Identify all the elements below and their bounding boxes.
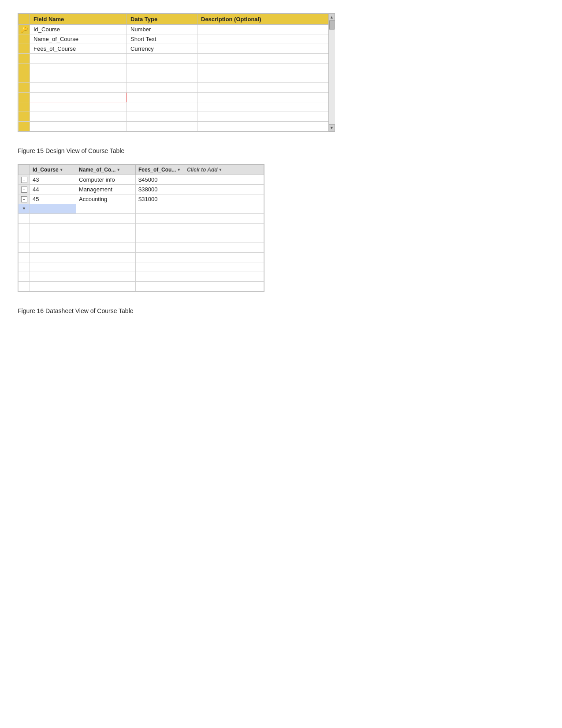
design-field-name-cell[interactable]: Name_of_Course	[30, 34, 127, 44]
design-view-row	[19, 112, 335, 122]
ds-empty-cell	[19, 262, 30, 272]
ds-fees-course[interactable]: $38000	[136, 185, 184, 194]
datasheet-view-table: Id_Course ▼ Name_of_Co... ▼ Fees_of_Cou.…	[18, 164, 264, 291]
design-data-type-cell[interactable]: Short Text	[127, 34, 197, 44]
expand-button[interactable]: +	[21, 177, 27, 183]
design-row-icon	[19, 34, 30, 44]
datasheet-empty-row	[19, 282, 264, 291]
ds-empty-cell	[184, 282, 264, 291]
figure16-caption: Figure 16 Datasheet View of Course Table	[18, 307, 544, 314]
scrollbar-down-button[interactable]: ▼	[329, 124, 335, 131]
ds-empty-cell	[184, 262, 264, 272]
scrollbar[interactable]: ▲ ▼	[328, 14, 335, 131]
design-description-cell	[197, 102, 335, 112]
design-data-type-cell	[127, 122, 197, 131]
design-row-icon: 🔑	[19, 25, 30, 34]
ds-empty-cell	[76, 262, 136, 272]
design-data-type-cell[interactable]: Currency	[127, 44, 197, 54]
ds-row-ctrl[interactable]: +	[19, 185, 30, 194]
design-view-row	[19, 63, 335, 73]
datasheet-empty-row	[19, 253, 264, 262]
design-view-row	[19, 54, 335, 63]
datasheet-header-row: Id_Course ▼ Name_of_Co... ▼ Fees_of_Cou.…	[19, 165, 264, 175]
scrollbar-thumb[interactable]	[329, 21, 335, 30]
scrollbar-track	[329, 21, 335, 124]
ds-new-row-cell[interactable]	[76, 204, 136, 214]
sort-arrow-add: ▼	[219, 168, 223, 172]
ds-empty-cell	[184, 253, 264, 262]
ds-empty-cell	[76, 224, 136, 233]
design-data-type-cell	[127, 93, 197, 102]
ds-empty-cell	[184, 243, 264, 253]
design-field-name-cell[interactable]	[30, 93, 127, 102]
ds-id-course[interactable]: 44	[30, 185, 76, 194]
ds-header-name-course[interactable]: Name_of_Co... ▼	[76, 165, 136, 175]
design-data-type-cell	[127, 83, 197, 93]
ds-name-course[interactable]: Management	[76, 185, 136, 194]
design-field-name-cell[interactable]: Fees_of_Course	[30, 44, 127, 54]
design-row-icon	[19, 44, 30, 54]
design-description-cell	[197, 44, 335, 54]
design-field-name-cell	[30, 73, 127, 83]
ds-header-id-course[interactable]: Id_Course ▼	[30, 165, 76, 175]
ds-click-to-add-cell	[184, 175, 264, 185]
ds-id-course[interactable]: 45	[30, 194, 76, 204]
design-data-type-cell[interactable]: Number	[127, 25, 197, 34]
design-field-name-cell	[30, 83, 127, 93]
design-row-icon	[19, 83, 30, 93]
design-view-row	[19, 73, 335, 83]
ds-empty-cell	[19, 272, 30, 282]
header-description: Description (Optional)	[197, 14, 335, 25]
ds-empty-cell	[30, 214, 76, 224]
datasheet-new-row[interactable]: *	[19, 204, 264, 214]
ds-empty-cell	[30, 262, 76, 272]
design-view-row: Name_of_CourseShort Text	[19, 34, 335, 44]
ds-empty-cell	[76, 243, 136, 253]
ds-name-course[interactable]: Accounting	[76, 194, 136, 204]
ds-header-fees-course[interactable]: Fees_of_Cou... ▼	[136, 165, 184, 175]
design-view-row	[19, 122, 335, 131]
ds-fees-course[interactable]: $45000	[136, 175, 184, 185]
ds-new-row-ctrl: *	[19, 204, 30, 214]
figure15-caption: Figure 15 Design View of Course Table	[18, 147, 544, 154]
ds-empty-cell	[19, 282, 30, 291]
header-data-type: Data Type	[127, 14, 197, 25]
ds-row-ctrl[interactable]: +	[19, 175, 30, 185]
ds-empty-cell	[30, 243, 76, 253]
design-description-cell	[197, 34, 335, 44]
ds-empty-cell	[30, 224, 76, 233]
header-icon-col	[19, 14, 30, 25]
ds-empty-cell	[76, 233, 136, 243]
ds-new-row-id[interactable]	[30, 204, 76, 214]
datasheet-empty-row	[19, 243, 264, 253]
sort-arrow-name: ▼	[116, 168, 120, 172]
design-description-cell	[197, 63, 335, 73]
expand-button[interactable]: +	[21, 187, 27, 193]
design-row-icon	[19, 112, 30, 122]
design-field-name-cell	[30, 54, 127, 63]
datasheet-empty-row	[19, 233, 264, 243]
ds-name-course[interactable]: Computer info	[76, 175, 136, 185]
ds-empty-cell	[136, 262, 184, 272]
ds-empty-cell	[136, 224, 184, 233]
ds-empty-cell	[30, 282, 76, 291]
design-row-icon	[19, 122, 30, 131]
ds-fees-course[interactable]: $31000	[136, 194, 184, 204]
sort-arrow-fees: ▼	[177, 168, 181, 172]
ds-header-click-to-add[interactable]: Click to Add ▼	[184, 165, 264, 175]
scrollbar-up-button[interactable]: ▲	[329, 14, 335, 21]
sort-arrow-id: ▼	[60, 168, 63, 172]
design-field-name-cell[interactable]: Id_Course	[30, 25, 127, 34]
ds-id-course[interactable]: 43	[30, 175, 76, 185]
ds-new-row-cell[interactable]	[136, 204, 184, 214]
ds-new-row-cell[interactable]	[184, 204, 264, 214]
ds-empty-cell	[30, 233, 76, 243]
expand-button[interactable]: +	[21, 196, 27, 202]
design-description-cell	[197, 122, 335, 131]
design-data-type-cell	[127, 112, 197, 122]
ds-empty-cell	[136, 253, 184, 262]
design-description-cell	[197, 54, 335, 63]
ds-row-ctrl[interactable]: +	[19, 194, 30, 204]
design-view-table: Field Name Data Type Description (Option…	[18, 14, 335, 131]
design-field-name-cell	[30, 102, 127, 112]
